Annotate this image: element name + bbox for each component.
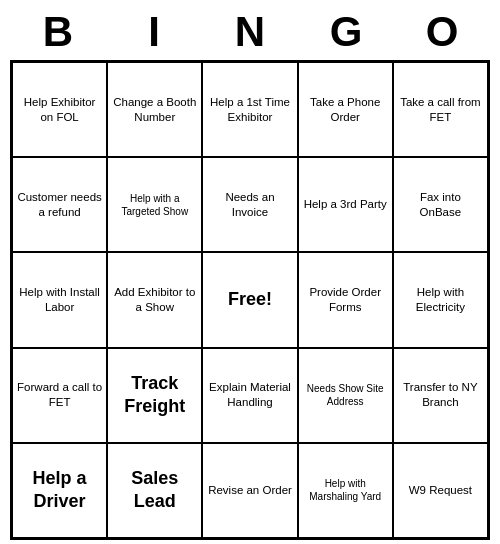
bingo-cell-21: Sales Lead	[107, 443, 202, 538]
bingo-cell-4: Take a call from FET	[393, 62, 488, 157]
bingo-letter-i: I	[110, 8, 198, 56]
bingo-cell-11: Add Exhibitor to a Show	[107, 252, 202, 347]
bingo-cell-10: Help with Install Labor	[12, 252, 107, 347]
bingo-cell-13: Provide Order Forms	[298, 252, 393, 347]
bingo-cell-14: Help with Electricity	[393, 252, 488, 347]
bingo-cell-23: Help with Marshaling Yard	[298, 443, 393, 538]
bingo-cell-22: Revise an Order	[202, 443, 297, 538]
bingo-cell-18: Needs Show Site Address	[298, 348, 393, 443]
bingo-letter-g: G	[302, 8, 390, 56]
bingo-cell-8: Help a 3rd Party	[298, 157, 393, 252]
bingo-cell-16: Track Freight	[107, 348, 202, 443]
bingo-letter-b: B	[14, 8, 102, 56]
bingo-cell-24: W9 Request	[393, 443, 488, 538]
bingo-cell-1: Change a Booth Number	[107, 62, 202, 157]
bingo-cell-12: Free!	[202, 252, 297, 347]
bingo-cell-9: Fax into OnBase	[393, 157, 488, 252]
bingo-cell-7: Needs an Invoice	[202, 157, 297, 252]
bingo-cell-2: Help a 1st Time Exhibitor	[202, 62, 297, 157]
bingo-cell-15: Forward a call to FET	[12, 348, 107, 443]
bingo-letter-o: O	[398, 8, 486, 56]
bingo-cell-5: Customer needs a refund	[12, 157, 107, 252]
bingo-cell-19: Transfer to NY Branch	[393, 348, 488, 443]
bingo-letter-n: N	[206, 8, 294, 56]
bingo-cell-20: Help a Driver	[12, 443, 107, 538]
bingo-cell-6: Help with a Targeted Show	[107, 157, 202, 252]
bingo-cell-17: Explain Material Handling	[202, 348, 297, 443]
bingo-header: BINGO	[10, 0, 490, 60]
bingo-cell-0: Help Exhibitor on FOL	[12, 62, 107, 157]
bingo-cell-3: Take a Phone Order	[298, 62, 393, 157]
bingo-grid: Help Exhibitor on FOLChange a Booth Numb…	[10, 60, 490, 540]
